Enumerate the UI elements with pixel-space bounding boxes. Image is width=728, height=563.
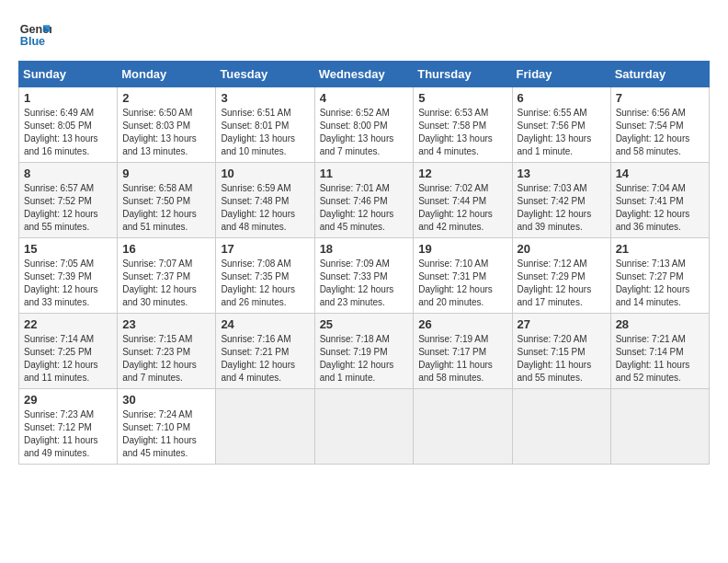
day-info: Sunrise: 6:53 AM Sunset: 7:58 PM Dayligh… <box>418 107 506 158</box>
day-info: Sunrise: 7:21 AM Sunset: 7:14 PM Dayligh… <box>616 333 704 385</box>
calendar-cell: 15Sunrise: 7:05 AM Sunset: 7:39 PM Dayli… <box>19 238 118 314</box>
day-info: Sunrise: 7:16 AM Sunset: 7:21 PM Dayligh… <box>221 333 309 385</box>
day-number: 5 <box>418 91 506 105</box>
day-info: Sunrise: 7:13 AM Sunset: 7:27 PM Dayligh… <box>616 258 704 309</box>
day-number: 2 <box>122 91 210 105</box>
header-wednesday: Wednesday <box>314 62 414 87</box>
calendar-cell: 28Sunrise: 7:21 AM Sunset: 7:14 PM Dayli… <box>610 314 709 389</box>
day-number: 22 <box>24 317 112 331</box>
day-number: 12 <box>418 167 506 180</box>
calendar-cell: 20Sunrise: 7:12 AM Sunset: 7:29 PM Dayli… <box>512 238 610 314</box>
day-number: 14 <box>616 167 704 180</box>
day-number: 23 <box>122 317 210 331</box>
logo: General Blue <box>18 18 55 52</box>
calendar-cell: 25Sunrise: 7:18 AM Sunset: 7:19 PM Dayli… <box>314 314 414 389</box>
calendar-cell: 17Sunrise: 7:08 AM Sunset: 7:35 PM Dayli… <box>216 238 314 314</box>
day-number: 21 <box>616 242 704 256</box>
page-header: General Blue <box>18 18 710 52</box>
day-info: Sunrise: 7:18 AM Sunset: 7:19 PM Dayligh… <box>320 333 409 385</box>
calendar-cell <box>314 389 414 465</box>
day-number: 3 <box>221 91 309 105</box>
day-info: Sunrise: 7:15 AM Sunset: 7:23 PM Dayligh… <box>122 333 210 385</box>
day-info: Sunrise: 6:55 AM Sunset: 7:56 PM Dayligh… <box>518 107 606 158</box>
calendar-cell: 3Sunrise: 6:51 AM Sunset: 8:01 PM Daylig… <box>216 87 314 163</box>
day-number: 8 <box>24 167 112 180</box>
day-info: Sunrise: 7:20 AM Sunset: 7:15 PM Dayligh… <box>518 333 606 385</box>
day-number: 9 <box>122 167 210 180</box>
calendar-cell: 19Sunrise: 7:10 AM Sunset: 7:31 PM Dayli… <box>414 238 512 314</box>
calendar-cell: 21Sunrise: 7:13 AM Sunset: 7:27 PM Dayli… <box>610 238 709 314</box>
day-number: 24 <box>221 317 309 331</box>
day-info: Sunrise: 7:19 AM Sunset: 7:17 PM Dayligh… <box>418 333 506 385</box>
header-sunday: Sunday <box>19 62 118 87</box>
calendar-cell: 2Sunrise: 6:50 AM Sunset: 8:03 PM Daylig… <box>118 87 216 163</box>
calendar-cell <box>414 389 512 465</box>
calendar-cell: 24Sunrise: 7:16 AM Sunset: 7:21 PM Dayli… <box>216 314 314 389</box>
day-info: Sunrise: 6:56 AM Sunset: 7:54 PM Dayligh… <box>616 107 704 158</box>
day-info: Sunrise: 7:14 AM Sunset: 7:25 PM Dayligh… <box>24 333 112 385</box>
day-info: Sunrise: 7:23 AM Sunset: 7:12 PM Dayligh… <box>24 408 112 460</box>
calendar-cell: 11Sunrise: 7:01 AM Sunset: 7:46 PM Dayli… <box>314 163 414 238</box>
day-number: 6 <box>518 91 606 105</box>
day-info: Sunrise: 6:58 AM Sunset: 7:50 PM Dayligh… <box>122 182 210 234</box>
header-saturday: Saturday <box>610 62 709 87</box>
day-info: Sunrise: 7:03 AM Sunset: 7:42 PM Dayligh… <box>518 182 606 234</box>
day-info: Sunrise: 6:59 AM Sunset: 7:48 PM Dayligh… <box>221 182 309 234</box>
day-number: 7 <box>616 91 704 105</box>
logo-icon: General Blue <box>18 18 51 52</box>
day-number: 26 <box>418 317 506 331</box>
calendar-cell: 10Sunrise: 6:59 AM Sunset: 7:48 PM Dayli… <box>216 163 314 238</box>
calendar-cell: 18Sunrise: 7:09 AM Sunset: 7:33 PM Dayli… <box>314 238 414 314</box>
header-friday: Friday <box>512 62 610 87</box>
day-number: 1 <box>24 91 112 105</box>
day-info: Sunrise: 7:04 AM Sunset: 7:41 PM Dayligh… <box>616 182 704 234</box>
calendar-cell: 29Sunrise: 7:23 AM Sunset: 7:12 PM Dayli… <box>19 389 118 465</box>
day-info: Sunrise: 7:02 AM Sunset: 7:44 PM Dayligh… <box>418 182 506 234</box>
calendar-cell: 14Sunrise: 7:04 AM Sunset: 7:41 PM Dayli… <box>610 163 709 238</box>
day-number: 27 <box>518 317 606 331</box>
day-info: Sunrise: 6:51 AM Sunset: 8:01 PM Dayligh… <box>221 107 309 158</box>
calendar-cell: 23Sunrise: 7:15 AM Sunset: 7:23 PM Dayli… <box>118 314 216 389</box>
header-monday: Monday <box>118 62 216 87</box>
day-number: 15 <box>24 242 112 256</box>
day-info: Sunrise: 6:49 AM Sunset: 8:05 PM Dayligh… <box>24 107 112 158</box>
day-info: Sunrise: 6:52 AM Sunset: 8:00 PM Dayligh… <box>320 107 409 158</box>
calendar-cell: 1Sunrise: 6:49 AM Sunset: 8:05 PM Daylig… <box>19 87 118 163</box>
calendar-cell: 9Sunrise: 6:58 AM Sunset: 7:50 PM Daylig… <box>118 163 216 238</box>
calendar-cell: 5Sunrise: 6:53 AM Sunset: 7:58 PM Daylig… <box>414 87 512 163</box>
calendar-cell: 26Sunrise: 7:19 AM Sunset: 7:17 PM Dayli… <box>414 314 512 389</box>
day-info: Sunrise: 7:12 AM Sunset: 7:29 PM Dayligh… <box>518 258 606 309</box>
day-number: 28 <box>616 317 704 331</box>
calendar-cell: 6Sunrise: 6:55 AM Sunset: 7:56 PM Daylig… <box>512 87 610 163</box>
day-info: Sunrise: 7:09 AM Sunset: 7:33 PM Dayligh… <box>320 258 409 309</box>
calendar-cell <box>610 389 709 465</box>
day-number: 13 <box>518 167 606 180</box>
day-number: 30 <box>122 393 210 407</box>
day-info: Sunrise: 7:10 AM Sunset: 7:31 PM Dayligh… <box>418 258 506 309</box>
day-number: 16 <box>122 242 210 256</box>
day-info: Sunrise: 7:24 AM Sunset: 7:10 PM Dayligh… <box>122 408 210 460</box>
calendar-cell: 13Sunrise: 7:03 AM Sunset: 7:42 PM Dayli… <box>512 163 610 238</box>
header-tuesday: Tuesday <box>216 62 314 87</box>
day-number: 4 <box>320 91 409 105</box>
day-info: Sunrise: 7:01 AM Sunset: 7:46 PM Dayligh… <box>320 182 409 234</box>
day-info: Sunrise: 7:07 AM Sunset: 7:37 PM Dayligh… <box>122 258 210 309</box>
day-number: 29 <box>24 393 112 407</box>
day-number: 19 <box>418 242 506 256</box>
calendar-cell: 7Sunrise: 6:56 AM Sunset: 7:54 PM Daylig… <box>610 87 709 163</box>
day-number: 18 <box>320 242 409 256</box>
calendar-cell: 27Sunrise: 7:20 AM Sunset: 7:15 PM Dayli… <box>512 314 610 389</box>
day-number: 11 <box>320 167 409 180</box>
calendar-table: SundayMondayTuesdayWednesdayThursdayFrid… <box>18 61 710 465</box>
calendar-cell: 30Sunrise: 7:24 AM Sunset: 7:10 PM Dayli… <box>118 389 216 465</box>
calendar-cell <box>216 389 314 465</box>
calendar-cell: 4Sunrise: 6:52 AM Sunset: 8:00 PM Daylig… <box>314 87 414 163</box>
calendar-cell: 22Sunrise: 7:14 AM Sunset: 7:25 PM Dayli… <box>19 314 118 389</box>
calendar-cell: 16Sunrise: 7:07 AM Sunset: 7:37 PM Dayli… <box>118 238 216 314</box>
day-number: 17 <box>221 242 309 256</box>
calendar-cell: 8Sunrise: 6:57 AM Sunset: 7:52 PM Daylig… <box>19 163 118 238</box>
calendar-cell <box>512 389 610 465</box>
day-info: Sunrise: 6:50 AM Sunset: 8:03 PM Dayligh… <box>122 107 210 158</box>
header-thursday: Thursday <box>414 62 512 87</box>
day-info: Sunrise: 7:08 AM Sunset: 7:35 PM Dayligh… <box>221 258 309 309</box>
